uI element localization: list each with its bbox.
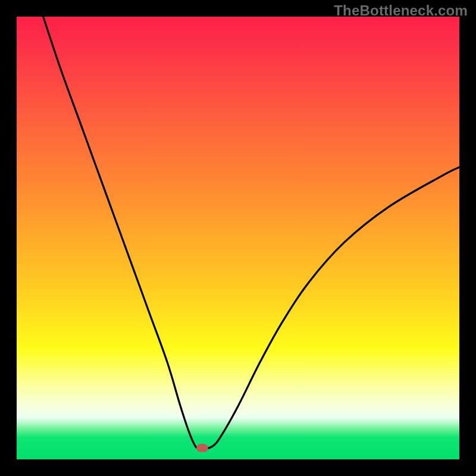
chart-frame: TheBottleneck.com bbox=[0, 0, 476, 476]
minimum-marker bbox=[196, 444, 208, 452]
bottleneck-curve bbox=[17, 17, 459, 459]
curve-path bbox=[43, 17, 459, 449]
plot-area bbox=[17, 17, 459, 459]
